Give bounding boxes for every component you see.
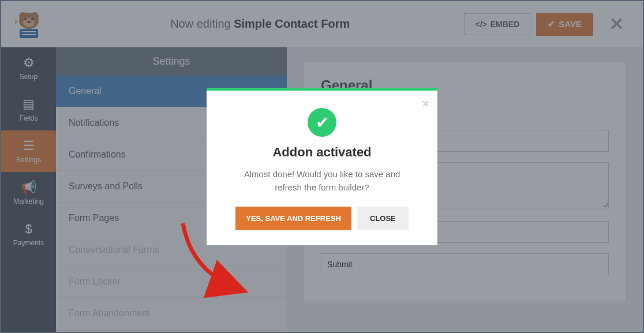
modal-close-button[interactable]: × [422, 96, 429, 111]
success-check-icon: ✔ [308, 108, 336, 137]
modal-title: Addon activated [223, 145, 421, 160]
modal-overlay: × ✔ Addon activated Almost done! Would y… [1, 1, 643, 332]
modal-message: Almost done! Would you like to save and … [223, 168, 421, 194]
modal-actions: YES, SAVE AND REFRESH CLOSE [223, 207, 421, 230]
modal-cancel-button[interactable]: CLOSE [357, 207, 409, 230]
addon-activated-modal: × ✔ Addon activated Almost done! Would y… [207, 88, 437, 245]
confirm-save-refresh-button[interactable]: YES, SAVE AND REFRESH [235, 207, 351, 230]
